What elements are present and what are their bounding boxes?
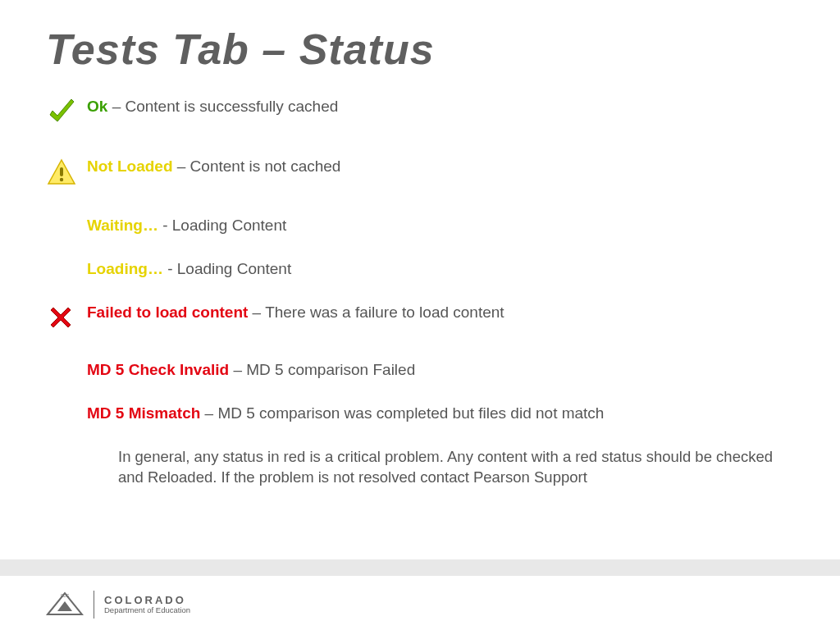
status-row: Ok – Content is successfully cached <box>46 97 807 134</box>
slide-title: Tests Tab – Status <box>46 25 435 74</box>
cde-logo-icon: CDE <box>46 590 84 619</box>
svg-rect-0 <box>60 167 63 176</box>
status-label: Not Loaded <box>87 158 173 175</box>
status-row: Failed to load content – There was a fai… <box>46 303 807 338</box>
checkmark-icon <box>46 97 77 128</box>
warning-icon <box>46 157 77 188</box>
footer-line2: Department of Education <box>104 606 190 614</box>
status-label: Waiting… <box>87 217 162 234</box>
status-row: Not Loaded – Content is not cached <box>46 157 807 194</box>
status-label: MD 5 Check Invalid <box>87 361 229 378</box>
status-desc: – MD 5 comparison Failed <box>229 361 415 378</box>
status-list: Ok – Content is successfully cached Not … <box>46 97 807 488</box>
status-row: MD 5 Check Invalid – MD 5 comparison Fai… <box>46 360 807 381</box>
error-x-icon <box>46 303 75 332</box>
status-desc: - Loading Content <box>167 260 291 277</box>
svg-text:CDE: CDE <box>61 593 70 598</box>
status-desc: – MD 5 comparison was completed but file… <box>200 404 604 422</box>
status-row: Loading… - Loading Content <box>46 259 807 280</box>
footer-line1: COLORADO <box>104 595 190 606</box>
status-desc: – Content is successfully cached <box>107 98 338 115</box>
status-desc: - Loading Content <box>162 217 286 234</box>
status-desc: – There was a failure to load content <box>248 304 504 321</box>
status-label: Failed to load content <box>87 304 248 321</box>
status-row: MD 5 Mismatch – MD 5 comparison was comp… <box>46 404 807 424</box>
svg-point-1 <box>60 177 63 180</box>
bottom-band <box>0 559 840 576</box>
status-label: Ok <box>87 98 107 115</box>
status-desc: – Content is not cached <box>173 158 341 175</box>
status-label: Loading… <box>87 260 167 277</box>
status-label: MD 5 Mismatch <box>87 404 200 422</box>
status-row: Waiting… - Loading Content <box>46 216 807 236</box>
footer-logo: CDE COLORADO Department of Education <box>46 590 190 619</box>
logo-divider <box>94 591 94 619</box>
footnote-text: In general, any status in red is a criti… <box>118 447 791 488</box>
